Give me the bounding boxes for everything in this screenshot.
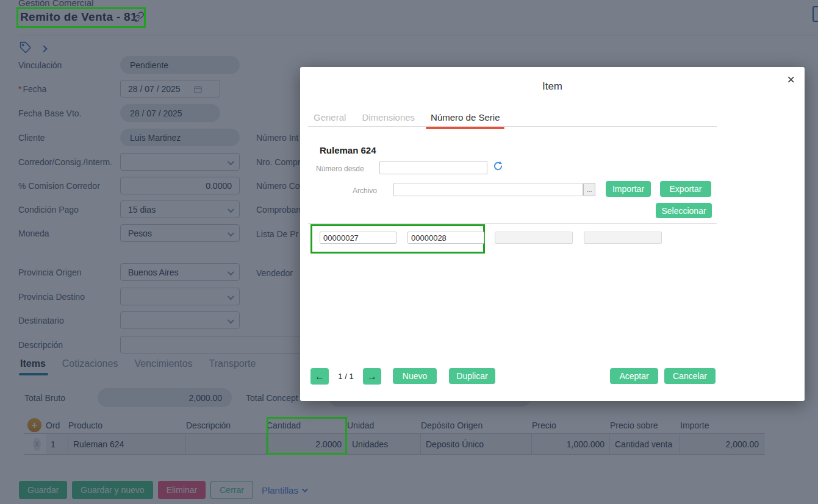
serial-input-3 (495, 232, 573, 244)
modal-tabs-divider (308, 126, 717, 127)
product-name: Ruleman 624 (320, 145, 376, 155)
archivo-input[interactable] (393, 183, 583, 196)
numero-desde-input[interactable] (379, 161, 487, 174)
cancelar-button[interactable]: Cancelar (664, 368, 716, 384)
highlight-title-box (16, 7, 146, 28)
archivo-label: Archivo (316, 186, 377, 195)
importar-button[interactable]: Importar (606, 181, 651, 197)
serials-divider (308, 223, 717, 224)
refresh-icon[interactable] (492, 160, 504, 174)
serial-input-1[interactable] (320, 232, 396, 244)
prev-item-button[interactable]: ← (310, 368, 329, 385)
pager-indicator: 1 / 1 (329, 368, 363, 385)
exportar-button[interactable]: Exportar (660, 181, 711, 197)
serial-input-4 (584, 232, 662, 244)
close-icon[interactable]: × (787, 73, 795, 87)
duplicar-button[interactable]: Duplicar (449, 368, 495, 384)
serial-input-2[interactable] (407, 232, 484, 244)
item-modal: Item × General Dimensiones Número de Ser… (300, 67, 805, 401)
seleccionar-button[interactable]: Seleccionar (656, 203, 712, 218)
modal-title: Item (300, 80, 805, 93)
browse-button[interactable]: ... (583, 183, 595, 196)
app-screen: Gestión Comercial Remito de Venta - 81 V… (0, 0, 818, 504)
highlight-cantidad-box (267, 417, 347, 455)
aceptar-button[interactable]: Aceptar (610, 368, 658, 384)
nuevo-button[interactable]: Nuevo (393, 368, 437, 384)
numero-desde-label: Número desde (316, 165, 364, 173)
next-item-button[interactable]: → (363, 368, 381, 385)
